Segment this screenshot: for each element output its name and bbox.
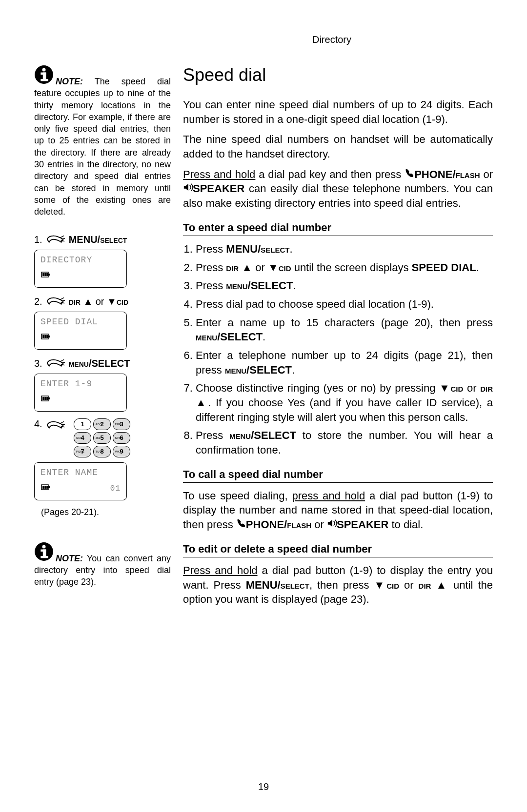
info-icon: [34, 542, 54, 564]
step-1: Press MENU/select.: [196, 242, 493, 257]
speaker-label: SPEAKER: [193, 182, 244, 195]
up-arrow-icon: ▲: [436, 579, 448, 591]
note-text: You can convert any directory entry into…: [34, 554, 171, 587]
speaker-icon: [327, 518, 337, 531]
step-number: 4.: [34, 418, 42, 430]
steps-list: Press MENU/select. Press dir ▲ or ▼cid u…: [183, 242, 493, 457]
down-arrow-icon: ▼: [268, 261, 279, 274]
step-number: 2.: [34, 296, 42, 307]
dir-label: dir: [69, 296, 81, 307]
subheading-call: To call a speed dial number: [183, 468, 493, 483]
pages-reference: (Pages 20-21).: [41, 507, 171, 517]
key-9: WXYZ9: [113, 446, 130, 457]
up-arrow-icon: ▲: [242, 261, 252, 274]
side-step-4: 4. 1 ABC2 DEF3 GHI4 JKL5 MNO6: [34, 418, 171, 500]
page-title: Speed dial: [183, 65, 493, 85]
call-para: To use speed dialing, press and hold a d…: [183, 489, 493, 532]
step-6: Enter a telephone number up to 24 digits…: [196, 348, 493, 377]
intro-para-3: Press and hold a dial pad key and then p…: [183, 167, 493, 211]
up-arrow-icon: ▲: [83, 296, 93, 307]
down-arrow-icon: ▼: [107, 296, 117, 307]
step-number: 1.: [34, 234, 42, 245]
sidebar: NOTE: The speed dial feature occupies up…: [34, 65, 171, 613]
flash-label: flash: [456, 168, 480, 180]
step-number: 3.: [34, 358, 42, 369]
intro-para-2: The nine speed dial numbers on handset w…: [183, 132, 493, 161]
key-3: DEF3: [113, 418, 130, 430]
intro-para-1: You can enter nine speed dial numbers of…: [183, 98, 493, 126]
key-8: TUV8: [93, 446, 111, 457]
step-4: Press dial pad to choose speed dial loca…: [196, 297, 493, 312]
lcd-text: DIRECTORY: [41, 255, 121, 265]
note-label: NOTE:: [56, 77, 83, 86]
subheading-enter: To enter a speed dial number: [183, 221, 493, 236]
lcd-screen-4: ENTER NAME 01: [34, 462, 127, 500]
subheading-edit: To edit or delete a speed dial number: [183, 543, 493, 557]
note-2: NOTE: You can convert any directory entr…: [34, 542, 171, 588]
phone-label: PHONE/: [414, 168, 455, 180]
content: NOTE: The speed dial feature occupies up…: [34, 65, 493, 613]
menu-label: menu: [69, 358, 89, 369]
speaker-icon: [183, 182, 193, 195]
key-6: MNO6: [113, 432, 130, 444]
page: Directory NOTE: The speed dial feature o…: [0, 0, 527, 812]
hand-icon: [45, 418, 66, 433]
side-steps: 1. MENU/select DIRECTORY 2.: [34, 233, 171, 517]
hand-icon: [45, 295, 66, 309]
lcd-screen-1: DIRECTORY: [34, 250, 127, 288]
text: a dial pad key and then press: [255, 168, 405, 180]
keypad-icon: 1 ABC2 DEF3 GHI4 JKL5 MNO6 PQRS7: [74, 418, 130, 459]
main-content: Speed dial You can enter nine speed dial…: [183, 65, 493, 613]
side-step-1: 1. MENU/select DIRECTORY: [34, 233, 171, 288]
edit-para: Press and hold a dial pad button (1-9) t…: [183, 563, 493, 607]
battery-icon: [41, 270, 50, 282]
lcd-screen-2: SPEED DIAL: [34, 312, 127, 350]
step-8: Press menu/SELECT to store the number. Y…: [196, 428, 493, 457]
key-1: 1: [74, 418, 91, 430]
or-text: or: [480, 168, 493, 180]
up-arrow-icon: ▲: [196, 396, 208, 409]
page-number: 19: [0, 781, 527, 792]
cid-label: cid: [117, 296, 128, 307]
side-step-2: 2. dir ▲ or ▼cid SPEED DIAL: [34, 295, 171, 350]
lcd-text: ENTER NAME: [41, 468, 121, 477]
step-3: Press menu/SELECT.: [196, 278, 493, 293]
battery-icon: [41, 482, 50, 495]
or-text: or: [96, 296, 107, 307]
step-5: Enter a name up to 15 characters (page 2…: [196, 316, 493, 344]
key-4: GHI4: [74, 432, 91, 444]
lcd-number: 01: [110, 484, 121, 493]
select-label: select: [100, 234, 127, 245]
menu-label: MENU/: [69, 234, 100, 245]
side-step-3: 3. menu/SELECT ENTER 1-9: [34, 356, 171, 412]
phone-icon: [405, 168, 414, 180]
step-2: Press dir ▲ or ▼cid until the screen dis…: [196, 260, 493, 275]
key-7: PQRS7: [74, 446, 91, 457]
note-1: NOTE: The speed dial feature occupies up…: [34, 65, 171, 218]
select-label: /SELECT: [89, 358, 130, 369]
lcd-text: ENTER 1-9: [41, 379, 121, 389]
lcd-text: SPEED DIAL: [41, 317, 121, 327]
phone-icon: [236, 518, 246, 531]
down-arrow-icon: ▼: [439, 382, 450, 394]
down-arrow-icon: ▼: [374, 579, 387, 591]
lcd-screen-3: ENTER 1-9: [34, 374, 127, 412]
note-text: The speed dial feature occupies up to ni…: [34, 77, 171, 217]
step-7: Choose distinctive ringing (yes or no) b…: [196, 381, 493, 424]
note-label: NOTE:: [56, 554, 83, 563]
hand-icon: [45, 233, 66, 247]
info-icon: [34, 65, 54, 87]
key-5: JKL5: [93, 432, 111, 444]
battery-icon: [41, 332, 50, 344]
section-header: Directory: [34, 34, 493, 45]
hand-icon: [45, 356, 66, 371]
battery-icon: [41, 394, 50, 406]
press-hold: Press and hold: [183, 168, 255, 180]
key-2: ABC2: [93, 418, 111, 430]
